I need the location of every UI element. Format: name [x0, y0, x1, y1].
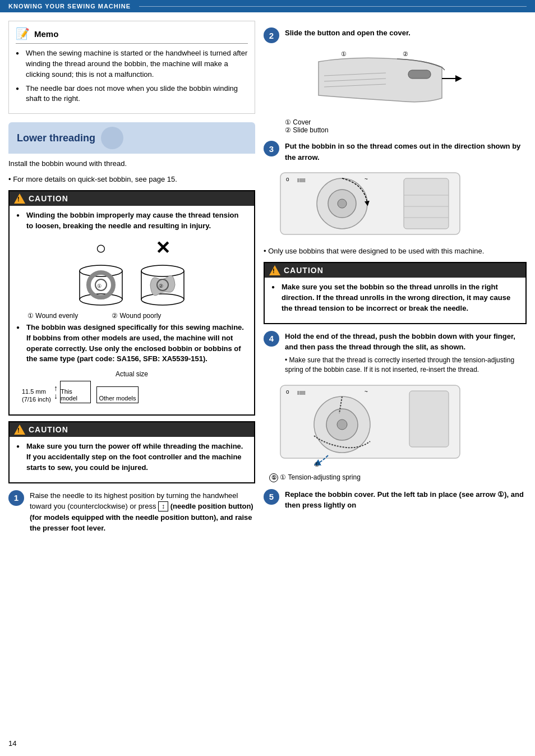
memo-item-2: The needle bar does not move when you sl…	[16, 84, 248, 105]
diagram-label-1: ① Wound evenly	[27, 312, 78, 320]
svg-text:~: ~	[365, 389, 368, 395]
svg-text:①: ①	[341, 50, 347, 57]
caution-item-1-2-text: The bobbin was designed specifically for…	[26, 323, 244, 363]
section-intro-1: Install the bobbin wound with thread.	[8, 158, 255, 169]
caution-item-3-text: Make sure you set the bobbin so the thre…	[282, 283, 510, 312]
caution-header-3: CAUTION	[265, 263, 525, 278]
svg-text:|||||||: |||||||	[297, 390, 306, 395]
step-2-row: 2 Slide the button and open the cover.	[264, 27, 527, 43]
step-4-text: Hold the end of the thread, push the bob…	[285, 331, 527, 375]
step-3-circle: 3	[264, 141, 279, 156]
this-model-box: This model	[60, 381, 91, 403]
check-mark: ○	[95, 238, 106, 259]
page: KNOWING YOUR SEWING MACHINE 📝 Memo When …	[0, 0, 535, 756]
tension-circle: ①	[269, 473, 278, 482]
svg-text:~: ~	[365, 176, 368, 182]
step-5-text: Replace the bobbin cover. Put the left t…	[285, 489, 527, 511]
caution-item-1-1: Winding the bobbin improperly may cause …	[16, 210, 247, 232]
step-2-figure-labels: ① Cover ② Slide button	[285, 118, 527, 134]
memo-box: 📝 Memo When the sewing machine is starte…	[8, 21, 255, 114]
step-1-row: 1 Raise the needle to its highest positi…	[8, 490, 255, 534]
step-4-note: Make sure that the thread is correctly i…	[285, 356, 527, 375]
memo-title-text: Memo	[34, 29, 58, 39]
svg-text:o: o	[286, 389, 289, 395]
caution-item-2-1: Make sure you turn the power off while t…	[16, 441, 247, 473]
step-5-circle: 5	[264, 489, 279, 505]
caution-list-2: Make sure you turn the power off while t…	[16, 441, 247, 473]
bobbin-diagrams: ○ ①	[16, 237, 247, 306]
step-4-illustration-area: o ||||||| ~ ① ① ① Tension-adjusting spri…	[264, 380, 527, 482]
content-area: 📝 Memo When the sewing machine is starte…	[0, 12, 535, 544]
page-number: 14	[8, 739, 16, 748]
svg-rect-24	[404, 178, 449, 229]
svg-rect-19	[408, 70, 431, 79]
caution-triangle-icon-3	[269, 265, 280, 275]
step-3-illustration-area: o ||||||| ~	[264, 167, 527, 242]
step-5-main-text: Replace the bobbin cover. Put the left t…	[285, 490, 524, 510]
bobbin-good: ○ ①	[76, 238, 126, 306]
caution-box-3: CAUTION Make sure you set the bobbin so …	[264, 262, 527, 324]
svg-point-7	[141, 265, 184, 276]
step-5-row: 5 Replace the bobbin cover. Put the left…	[264, 489, 527, 511]
step-2-text: Slide the button and open the cover.	[285, 27, 527, 39]
caution-triangle-icon	[14, 193, 25, 204]
caution-item-1-2: The bobbin was designed specifically for…	[16, 322, 247, 365]
diagram-label-2: ② Wound poorly	[112, 312, 161, 320]
caution-header-2: CAUTION	[10, 422, 254, 437]
section-title-decoration	[101, 127, 123, 149]
header-text: KNOWING YOUR SEWING MACHINE	[8, 3, 131, 10]
caution-header-1: CAUTION	[10, 191, 254, 206]
svg-point-23	[338, 199, 347, 208]
svg-rect-35	[409, 391, 449, 447]
size-dim-label: 11.5 mm(7/16 inch)	[22, 388, 51, 404]
diagram-labels: ① Wound evenly ② Wound poorly	[27, 312, 247, 320]
svg-point-34	[337, 420, 347, 430]
tension-label-text: ① Tension-adjusting spring	[280, 473, 361, 481]
caution-item-2-1-text: Make sure you turn the power off while t…	[26, 442, 243, 472]
step-4-row: 4 Hold the end of the thread, push the b…	[264, 331, 527, 375]
step-2-svg: ① ②	[285, 48, 464, 115]
memo-title: 📝 Memo	[16, 27, 248, 44]
step-2-illustration-area: ① ②	[264, 48, 527, 134]
size-diagram: Actual size 11.5 mm(7/16 inch) ↑ ↓	[16, 370, 247, 403]
svg-text:①: ①	[97, 283, 102, 289]
svg-text:o: o	[286, 176, 289, 182]
step-5-title: Replace the bobbin cover. Put the left t…	[285, 490, 524, 510]
step-1-circle: 1	[8, 490, 24, 506]
step-2-label-2: ② Slide button	[285, 126, 527, 134]
caution-label-1: CAUTION	[29, 194, 68, 203]
caution-label-2: CAUTION	[29, 425, 68, 434]
step-4-circle: 4	[264, 331, 279, 347]
caution-list-1b: The bobbin was designed specifically for…	[16, 322, 247, 365]
step-1-text: Raise the needle to its highest position…	[30, 490, 255, 534]
svg-point-8	[141, 294, 184, 305]
svg-text:|||||||: |||||||	[297, 177, 306, 182]
memo-list: When the sewing machine is started or th…	[16, 48, 248, 104]
needle-position-button-symbol: ↕	[158, 501, 168, 511]
caution-label-3: CAUTION	[284, 266, 324, 275]
left-column: 📝 Memo When the sewing machine is starte…	[8, 21, 255, 538]
caution-list-1: Winding the bobbin improperly may cause …	[16, 210, 247, 232]
actual-size-label: Actual size	[16, 370, 247, 378]
section-title: Lower threading	[17, 132, 95, 144]
caution-item-1-1-text: Winding the bobbin improperly may cause …	[26, 211, 238, 230]
section-intro-2: • For more details on quick-set bobbin, …	[8, 174, 255, 185]
tension-label: ① ① Tension-adjusting spring	[269, 473, 527, 482]
right-column: 2 Slide the button and open the cover. ①…	[264, 21, 527, 538]
other-models-box: Other models	[96, 386, 139, 403]
svg-text:②: ②	[159, 283, 163, 289]
step-3-note: Only use bobbins that were designed to b…	[264, 246, 527, 256]
caution-triangle-icon-2	[14, 425, 25, 435]
section-title-box: Lower threading	[8, 122, 255, 154]
header-bar: KNOWING YOUR SEWING MACHINE	[0, 0, 535, 12]
caution-item-3-1: Make sure you set the bobbin so the thre…	[271, 282, 519, 314]
step-2-circle: 2	[264, 27, 279, 43]
caution-box-2: CAUTION Make sure you turn the power off…	[8, 421, 255, 483]
step-4-title: Hold the end of the thread, push the bob…	[285, 332, 515, 352]
step-3-svg: o ||||||| ~	[269, 167, 465, 240]
caution-box-1: CAUTION Winding the bobbin improperly ma…	[8, 190, 255, 416]
step-3-text: Put the bobbin in so the thread comes ou…	[285, 141, 527, 163]
svg-text:②: ②	[403, 50, 408, 57]
x-mark: ✕	[155, 237, 170, 259]
step-4-svg: o ||||||| ~ ①	[269, 380, 465, 469]
